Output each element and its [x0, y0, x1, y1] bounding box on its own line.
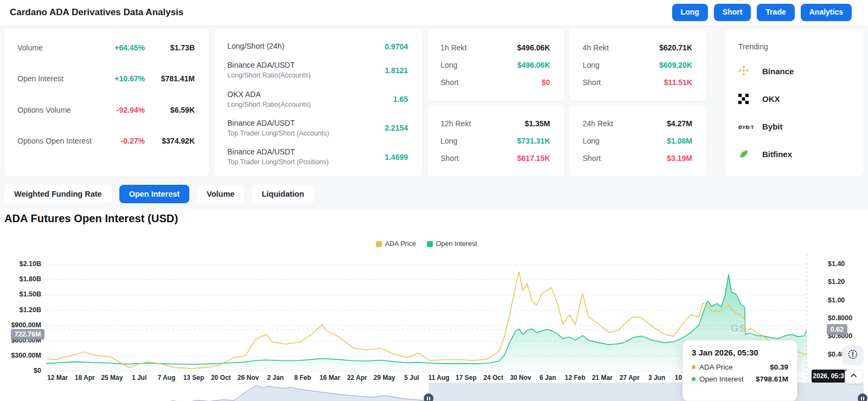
rekt-long-row: Long$496.06K — [441, 61, 550, 69]
legend-swatch-icon — [376, 241, 382, 247]
metric-change: +64.45% — [100, 43, 145, 52]
rekt-short-row: Short$0 — [441, 78, 550, 87]
ratio-label: Binance ADA/USDTTop Trader Long/Short (A… — [227, 118, 385, 138]
rekt-label: 12h Rekt — [441, 119, 525, 128]
trending-title: Trending — [738, 42, 851, 51]
metric-change: -0.27% — [100, 137, 145, 145]
chart-tabs: Weighted Funding RateOpen InterestVolume… — [4, 185, 314, 203]
exchange-name: OKX — [762, 94, 780, 104]
tab-open-interest[interactable]: Open Interest — [119, 185, 189, 203]
rekt-value: $496.06K — [517, 43, 550, 52]
chart-tooltip: 3 Jan 2026, 05:30 ADA Price$0.39Open Int… — [682, 340, 797, 401]
stats-band: Volume+64.45%$1.73BOpen Interest+10.67%$… — [0, 25, 868, 209]
rekt-value: $0 — [541, 78, 550, 87]
rekt-value: $4.27M — [667, 119, 692, 128]
legend-item-ada-price[interactable]: ADA Price — [376, 240, 416, 248]
trending-item-bitfinex[interactable]: Bitfinex — [738, 148, 851, 160]
header: Cardano ADA Derivatives Data Analysis Lo… — [0, 0, 868, 25]
ratio-value: 1.4699 — [385, 153, 408, 161]
ratio-title: Long/Short (24h) — [227, 41, 385, 51]
metric-label: Open Interest — [17, 74, 100, 83]
ratio-title: Binance ADA/USDT — [227, 118, 385, 128]
rekt-value: $609.20K — [659, 61, 692, 69]
tooltip-rows: ADA Price$0.39Open Interest$798.61M — [692, 363, 788, 383]
tooltip-series-value: $798.61M — [756, 375, 788, 383]
long-button[interactable]: Long — [672, 4, 708, 21]
exchange-name: Binance — [762, 67, 794, 76]
rekt-value: $617.15K — [517, 154, 550, 163]
alert-settings-button[interactable] — [842, 346, 864, 365]
header-buttons: LongShortTradeAnalytics — [672, 4, 852, 21]
rekt-label: Short — [583, 154, 667, 163]
rekt-card-12h: 12h Rekt$1.35MLong$731.31KShort$617.15K — [427, 105, 564, 177]
long-short-ratios-card: Long/Short (24h)0.9704Binance ADA/USDTLo… — [214, 29, 422, 177]
tab-volume[interactable]: Volume — [197, 185, 244, 203]
ratio-label: Binance ADA/USDTTop Trader Long/Short (P… — [227, 147, 385, 167]
ratio-row: Binance ADA/USDTTop Trader Long/Short (A… — [227, 118, 408, 138]
trending-item-okx[interactable]: OKX — [738, 93, 851, 105]
exchange-name: Bybit — [762, 122, 783, 131]
chevron-up-icon — [850, 372, 858, 381]
navigator-selection — [429, 383, 864, 401]
right-axis-tick: $0.8000 — [828, 314, 866, 322]
ratio-row: OKX ADALong/Short Ratio(Accounts)1.65 — [227, 89, 408, 109]
metric-label: Volume — [17, 43, 100, 52]
rekt-total-row: 1h Rekt$496.06K — [441, 43, 550, 52]
page-title: Cardano ADA Derivatives Data Analysis — [10, 7, 183, 18]
legend-swatch-icon — [427, 241, 433, 247]
metric-value: $6.59K — [145, 106, 195, 114]
overview-row: Volume+64.45%$1.73B — [17, 43, 195, 52]
bitfinex-icon — [738, 148, 757, 159]
rekt-long-row: Long$609.20K — [583, 61, 692, 69]
tooltip-series-label: ADA Price — [699, 363, 770, 371]
price-crosshair-value-badge: 0.62 — [827, 324, 847, 335]
tab-weighted-funding-rate[interactable]: Weighted Funding Rate — [4, 185, 112, 203]
left-axis-tick: $1.80B — [0, 275, 41, 283]
ratio-subtitle: Top Trader Long/Short (Positions) — [227, 157, 385, 167]
legend-item-open-interest[interactable]: Open Interest — [427, 240, 477, 248]
rekt-label: Long — [441, 137, 517, 145]
short-button[interactable]: Short — [714, 4, 751, 21]
rekt-long-row: Long$731.31K — [441, 137, 550, 145]
oi-crosshair-value-badge: 722.76M — [11, 329, 44, 340]
ratio-title: Binance ADA/USDT — [227, 60, 385, 70]
rekt-long-row: Long$1.08M — [583, 137, 692, 145]
analytics-button[interactable]: Analytics — [801, 4, 852, 21]
right-axis-tick: $1.00 — [828, 296, 866, 304]
metric-value: $1.73B — [145, 43, 195, 52]
rekt-short-row: Short$617.15K — [441, 154, 550, 163]
overview-card: Volume+64.45%$1.73BOpen Interest+10.67%$… — [4, 29, 209, 177]
rekt-short-row: Short$3.19M — [583, 154, 692, 163]
rekt-value: $1.08M — [667, 137, 692, 145]
tab-liquidation[interactable]: Liquidation — [252, 185, 314, 203]
navigator-right-handle[interactable] — [858, 393, 867, 401]
rekt-value: $3.19M — [667, 154, 692, 163]
metric-label: Options Open Interest — [17, 137, 100, 145]
rekt-card-4h: 4h Rekt$620.71KLong$609.20KShort$11.51K — [570, 29, 706, 101]
trending-item-binance[interactable]: Binance — [738, 65, 851, 77]
trending-item-bybit[interactable]: BYBITBybit — [738, 120, 851, 132]
page: Cardano ADA Derivatives Data Analysis Lo… — [0, 0, 868, 401]
ratio-row: Long/Short (24h)0.9704 — [227, 41, 408, 51]
chart-legend: ADA PriceOpen Interest — [46, 240, 807, 248]
ratio-row: Binance ADA/USDTTop Trader Long/Short (P… — [227, 147, 408, 167]
metric-change: -92.94% — [100, 106, 145, 114]
rekt-label: Long — [441, 61, 517, 69]
ratio-value: 2.2154 — [385, 124, 408, 132]
rekt-label: Long — [583, 137, 667, 145]
rekt-value: $11.51K — [664, 78, 692, 87]
svg-text:BYBIT: BYBIT — [738, 124, 754, 130]
right-axis-tick: $1.20 — [828, 278, 866, 286]
rekt-label: 24h Rekt — [583, 119, 667, 128]
section-title: ADA Futures Open Interest (USD) — [4, 212, 178, 225]
rekt-value: $496.06K — [517, 61, 550, 69]
left-axis-tick: $300.00M — [0, 352, 41, 359]
ratio-title: Binance ADA/USDT — [227, 147, 385, 157]
trade-button[interactable]: Trade — [757, 4, 794, 21]
collapse-chart-button[interactable] — [845, 370, 863, 384]
ratio-value: 0.9704 — [385, 42, 408, 51]
rekt-label: 4h Rekt — [583, 43, 659, 52]
navigator-left-handle[interactable] — [424, 393, 433, 401]
rekt-label: 1h Rekt — [441, 43, 517, 52]
series-dot-icon — [692, 365, 695, 369]
